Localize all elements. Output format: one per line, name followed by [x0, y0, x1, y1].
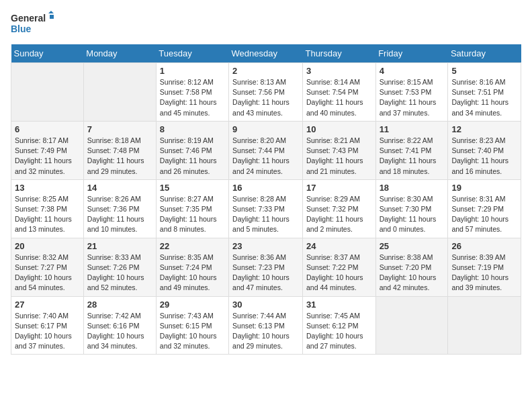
- day-info: Sunrise: 8:29 AMSunset: 7:32 PMDaylight:…: [306, 194, 372, 235]
- day-number: 25: [380, 241, 445, 251]
- calendar-cell: 7Sunrise: 8:18 AMSunset: 7:48 PMDaylight…: [83, 121, 156, 179]
- svg-marker-3: [50, 15, 54, 19]
- day-info: Sunrise: 8:37 AMSunset: 7:22 PMDaylight:…: [306, 253, 372, 293]
- calendar-cell: 2Sunrise: 8:13 AMSunset: 7:56 PMDaylight…: [229, 63, 303, 122]
- calendar-week-row: 13Sunrise: 8:25 AMSunset: 7:38 PMDayligh…: [11, 179, 521, 238]
- day-number: 13: [15, 183, 80, 193]
- day-info: Sunrise: 8:19 AMSunset: 7:46 PMDaylight:…: [160, 136, 225, 177]
- day-number: 20: [15, 241, 80, 251]
- day-number: 21: [87, 241, 152, 251]
- weekday-header: Sunday: [11, 44, 84, 63]
- day-number: 12: [451, 124, 517, 134]
- day-number: 3: [306, 66, 372, 76]
- day-number: 29: [160, 300, 225, 310]
- day-number: 8: [160, 124, 225, 134]
- day-info: Sunrise: 8:14 AMSunset: 7:54 PMDaylight:…: [306, 77, 372, 118]
- calendar-week-row: 1Sunrise: 8:12 AMSunset: 7:58 PMDaylight…: [11, 63, 521, 122]
- day-info: Sunrise: 8:22 AMSunset: 7:41 PMDaylight:…: [380, 136, 445, 177]
- day-number: 11: [380, 124, 445, 134]
- calendar-cell: 3Sunrise: 8:14 AMSunset: 7:54 PMDaylight…: [302, 63, 375, 122]
- calendar-cell: 19Sunrise: 8:31 AMSunset: 7:29 PMDayligh…: [448, 179, 521, 238]
- day-info: Sunrise: 8:25 AMSunset: 7:38 PMDaylight:…: [15, 194, 80, 235]
- calendar-cell: 11Sunrise: 8:22 AMSunset: 7:41 PMDayligh…: [375, 121, 448, 179]
- svg-text:General: General: [11, 13, 46, 24]
- day-number: 2: [232, 66, 299, 76]
- day-info: Sunrise: 8:28 AMSunset: 7:33 PMDaylight:…: [232, 194, 299, 235]
- calendar-cell: 21Sunrise: 8:33 AMSunset: 7:26 PMDayligh…: [83, 238, 156, 296]
- day-info: Sunrise: 8:20 AMSunset: 7:44 PMDaylight:…: [232, 136, 299, 177]
- day-info: Sunrise: 8:39 AMSunset: 7:19 PMDaylight:…: [451, 253, 517, 293]
- day-info: Sunrise: 8:30 AMSunset: 7:30 PMDaylight:…: [380, 194, 445, 235]
- day-number: 1: [160, 66, 225, 76]
- day-info: Sunrise: 8:12 AMSunset: 7:58 PMDaylight:…: [160, 77, 225, 118]
- weekday-header: Wednesday: [229, 44, 303, 63]
- day-number: 15: [160, 183, 225, 193]
- calendar-week-row: 20Sunrise: 8:32 AMSunset: 7:27 PMDayligh…: [11, 238, 521, 296]
- calendar-cell: 15Sunrise: 8:27 AMSunset: 7:35 PMDayligh…: [156, 179, 228, 238]
- calendar-cell: 12Sunrise: 8:23 AMSunset: 7:40 PMDayligh…: [448, 121, 521, 179]
- calendar-cell: 16Sunrise: 8:28 AMSunset: 7:33 PMDayligh…: [229, 179, 303, 238]
- logo-svg: General Blue: [11, 11, 58, 39]
- day-number: 18: [380, 183, 445, 193]
- calendar-cell: 13Sunrise: 8:25 AMSunset: 7:38 PMDayligh…: [11, 179, 84, 238]
- day-number: 24: [306, 241, 372, 251]
- calendar-cell: 1Sunrise: 8:12 AMSunset: 7:58 PMDaylight…: [156, 63, 228, 122]
- day-number: 27: [15, 300, 80, 310]
- day-number: 7: [87, 124, 152, 134]
- logo: General Blue: [11, 11, 58, 39]
- day-info: Sunrise: 8:15 AMSunset: 7:53 PMDaylight:…: [380, 77, 445, 118]
- day-info: Sunrise: 8:21 AMSunset: 7:43 PMDaylight:…: [306, 136, 372, 177]
- calendar-cell: 10Sunrise: 8:21 AMSunset: 7:43 PMDayligh…: [302, 121, 375, 179]
- calendar-cell: 5Sunrise: 8:16 AMSunset: 7:51 PMDaylight…: [448, 63, 521, 122]
- calendar-table: SundayMondayTuesdayWednesdayThursdayFrid…: [11, 44, 521, 355]
- calendar-cell: [375, 296, 448, 355]
- day-info: Sunrise: 7:44 AMSunset: 6:13 PMDaylight:…: [232, 311, 299, 352]
- day-number: 14: [87, 183, 152, 193]
- calendar-cell: 29Sunrise: 7:43 AMSunset: 6:15 PMDayligh…: [156, 296, 228, 355]
- day-info: Sunrise: 8:38 AMSunset: 7:20 PMDaylight:…: [380, 253, 445, 293]
- calendar-cell: 27Sunrise: 7:40 AMSunset: 6:17 PMDayligh…: [11, 296, 84, 355]
- day-info: Sunrise: 8:23 AMSunset: 7:40 PMDaylight:…: [451, 136, 517, 177]
- calendar-cell: 30Sunrise: 7:44 AMSunset: 6:13 PMDayligh…: [229, 296, 303, 355]
- day-info: Sunrise: 8:26 AMSunset: 7:36 PMDaylight:…: [87, 194, 152, 235]
- weekday-header-row: SundayMondayTuesdayWednesdayThursdayFrid…: [11, 44, 521, 63]
- day-number: 17: [306, 183, 372, 193]
- day-number: 22: [160, 241, 225, 251]
- calendar-cell: 26Sunrise: 8:39 AMSunset: 7:19 PMDayligh…: [448, 238, 521, 296]
- day-info: Sunrise: 7:43 AMSunset: 6:15 PMDaylight:…: [160, 311, 225, 352]
- day-info: Sunrise: 8:16 AMSunset: 7:51 PMDaylight:…: [451, 77, 517, 118]
- calendar-cell: 28Sunrise: 7:42 AMSunset: 6:16 PMDayligh…: [83, 296, 156, 355]
- day-info: Sunrise: 7:45 AMSunset: 6:12 PMDaylight:…: [306, 311, 372, 352]
- day-number: 23: [232, 241, 299, 251]
- calendar-week-row: 27Sunrise: 7:40 AMSunset: 6:17 PMDayligh…: [11, 296, 521, 355]
- day-number: 16: [232, 183, 299, 193]
- weekday-header: Tuesday: [156, 44, 228, 63]
- calendar-cell: [448, 296, 521, 355]
- day-info: Sunrise: 8:31 AMSunset: 7:29 PMDaylight:…: [451, 194, 517, 235]
- day-number: 30: [232, 300, 299, 310]
- calendar-cell: 18Sunrise: 8:30 AMSunset: 7:30 PMDayligh…: [375, 179, 448, 238]
- day-number: 10: [306, 124, 372, 134]
- svg-text:Blue: Blue: [11, 24, 32, 34]
- calendar-cell: 4Sunrise: 8:15 AMSunset: 7:53 PMDaylight…: [375, 63, 448, 122]
- day-number: 6: [15, 124, 80, 134]
- day-info: Sunrise: 8:13 AMSunset: 7:56 PMDaylight:…: [232, 77, 299, 118]
- day-info: Sunrise: 8:33 AMSunset: 7:26 PMDaylight:…: [87, 253, 152, 293]
- day-number: 26: [451, 241, 517, 251]
- weekday-header: Saturday: [448, 44, 521, 63]
- weekday-header: Thursday: [302, 44, 375, 63]
- day-info: Sunrise: 8:36 AMSunset: 7:23 PMDaylight:…: [232, 253, 299, 293]
- calendar-cell: 9Sunrise: 8:20 AMSunset: 7:44 PMDaylight…: [229, 121, 303, 179]
- calendar-cell: [83, 63, 156, 122]
- weekday-header: Monday: [83, 44, 156, 63]
- day-info: Sunrise: 8:35 AMSunset: 7:24 PMDaylight:…: [160, 253, 225, 293]
- calendar-cell: 14Sunrise: 8:26 AMSunset: 7:36 PMDayligh…: [83, 179, 156, 238]
- svg-marker-2: [48, 11, 54, 13]
- day-info: Sunrise: 7:42 AMSunset: 6:16 PMDaylight:…: [87, 311, 152, 352]
- day-number: 19: [451, 183, 517, 193]
- calendar-cell: 24Sunrise: 8:37 AMSunset: 7:22 PMDayligh…: [302, 238, 375, 296]
- day-number: 31: [306, 300, 372, 310]
- day-number: 5: [451, 66, 517, 76]
- weekday-header: Friday: [375, 44, 448, 63]
- day-info: Sunrise: 8:27 AMSunset: 7:35 PMDaylight:…: [160, 194, 225, 235]
